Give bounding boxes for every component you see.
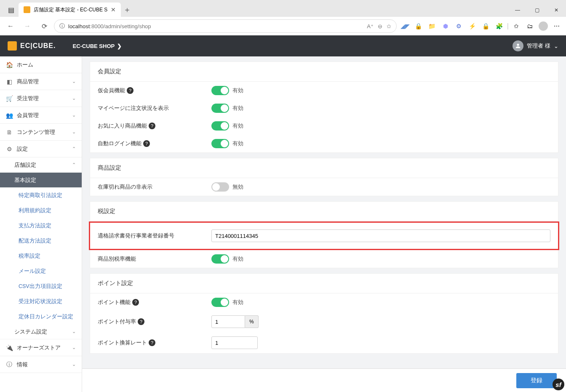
ext-icon-3[interactable]: 📁 bbox=[426, 20, 438, 32]
label-hide-outofstock: 在庫切れ商品の非表示 bbox=[98, 183, 152, 191]
sidebar-item-contents[interactable]: 🗎コンテンツ管理⌄ bbox=[0, 124, 82, 141]
logo-text: EC|CUBE. bbox=[20, 42, 56, 50]
sidebar-sub-mail[interactable]: メール設定 bbox=[0, 264, 82, 279]
sidebar-sub-law[interactable]: 特定商取引法設定 bbox=[0, 188, 82, 203]
toggle-point-enable[interactable] bbox=[211, 298, 229, 307]
gear-icon: ⚙ bbox=[6, 146, 13, 152]
tab-actions-button[interactable]: ▤ bbox=[3, 3, 19, 16]
panel-product-settings: 商品設定 在庫切れ商品の非表示 無効 bbox=[90, 158, 558, 196]
sidebar-sub-csv[interactable]: CSV出力項目設定 bbox=[0, 279, 82, 294]
chevron-down-icon: ⌄ bbox=[72, 329, 76, 334]
extensions-area: ◢◤ 🔒 📁 ⬢ ⚙ ⚡ 🔒 🧩 | ✩ 🗂 ⋯ bbox=[399, 20, 563, 32]
label-mypage-order: マイページに注文状況を表示 bbox=[98, 104, 169, 112]
sidebar-sub-holiday[interactable]: 定休日カレンダー設定 bbox=[0, 309, 82, 324]
chevron-up-icon: ⌃ bbox=[72, 146, 76, 152]
help-icon[interactable]: ? bbox=[143, 140, 150, 147]
sidebar-sub-terms[interactable]: 利用規約設定 bbox=[0, 203, 82, 218]
logo[interactable]: EC|CUBE. bbox=[8, 41, 56, 51]
sidebar-item-home[interactable]: 🏠ホーム bbox=[0, 56, 82, 73]
ext-icon-6[interactable]: ⚡ bbox=[467, 20, 478, 32]
toggle-favorite[interactable] bbox=[211, 121, 229, 131]
label-grant-rate: ポイント付与率 bbox=[98, 318, 136, 325]
panel-title: ポイント設定 bbox=[90, 274, 558, 293]
panel-tax-settings: 税設定 適格請求書発行事業者登録番号 商品別税率機能 有効 bbox=[90, 201, 558, 268]
sidebar-label: 情報 bbox=[17, 361, 28, 368]
refresh-button[interactable]: ⟳ bbox=[37, 19, 51, 33]
toggle-provisional[interactable] bbox=[211, 86, 229, 95]
shop-link[interactable]: EC-CUBE SHOP ❯ bbox=[72, 43, 122, 49]
site-info-icon[interactable]: ⓘ bbox=[59, 22, 65, 30]
sidebar-item-orders[interactable]: 🛒受注管理⌄ bbox=[0, 90, 82, 107]
panel-title: 商品設定 bbox=[90, 158, 558, 178]
new-tab-button[interactable]: ＋ bbox=[121, 5, 133, 15]
sidebar-sub-ordercond[interactable]: 受注対応状況設定 bbox=[0, 294, 82, 309]
app-header: EC|CUBE. EC-CUBE SHOP ❯ 管理者 様 ⌄ bbox=[0, 35, 566, 56]
main-content: 会員設定 仮会員機能? 有効 マイページに注文状況を表示 有効 お気に入り商品機… bbox=[82, 56, 566, 392]
collections-icon[interactable]: 🗂 bbox=[524, 20, 536, 32]
read-aloud-icon[interactable]: A⁺ bbox=[367, 23, 374, 29]
symfony-toolbar-icon[interactable]: sf bbox=[553, 379, 564, 390]
sidebar-label: コンテンツ管理 bbox=[17, 128, 55, 136]
sidebar-label: オーナーズストア bbox=[17, 344, 61, 352]
help-icon[interactable]: ? bbox=[149, 123, 155, 129]
invoice-number-input[interactable] bbox=[211, 229, 550, 242]
help-icon[interactable]: ? bbox=[132, 299, 139, 306]
sidebar-label: 店舗設定 bbox=[14, 161, 36, 169]
browser-tab[interactable]: 店舗設定 基本設定 - EC-CUBE S ✕ bbox=[19, 3, 121, 17]
sidebar-item-info[interactable]: ⓘ情報⌄ bbox=[0, 356, 82, 373]
forward-button[interactable]: → bbox=[20, 19, 35, 33]
help-icon[interactable]: ? bbox=[127, 87, 133, 94]
label-provisional: 仮会員機能 bbox=[98, 87, 125, 94]
sidebar-sub-system[interactable]: システム設定⌄ bbox=[0, 324, 82, 339]
panel-member-settings: 会員設定 仮会員機能? 有効 マイページに注文状況を表示 有効 お気に入り商品機… bbox=[90, 61, 558, 153]
ext-icon-5[interactable]: ⚙ bbox=[453, 20, 465, 32]
conv-rate-input[interactable] bbox=[211, 336, 258, 349]
toggle-mypage-order[interactable] bbox=[211, 104, 229, 113]
address-bar[interactable]: ⓘ localhost:8000/admin/setting/shop A⁺ ⊖… bbox=[54, 19, 397, 33]
sidebar-sub-tax[interactable]: 税率設定 bbox=[0, 248, 82, 264]
sidebar-label: 特定商取引法設定 bbox=[19, 192, 62, 199]
menu-button[interactable]: ⋯ bbox=[551, 20, 563, 32]
sidebar-sub-basic[interactable]: 基本設定 bbox=[0, 173, 82, 188]
tab-title: 店舗設定 基本設定 - EC-CUBE S bbox=[34, 6, 107, 13]
toggle-autologin[interactable] bbox=[211, 139, 229, 148]
user-avatar-icon bbox=[513, 40, 523, 51]
sidebar-item-members[interactable]: 👥会員管理⌄ bbox=[0, 107, 82, 124]
toggle-per-product-tax[interactable] bbox=[211, 254, 229, 264]
logo-icon bbox=[8, 41, 17, 51]
toggle-hide-outofstock[interactable] bbox=[211, 182, 229, 192]
sidebar-item-settings[interactable]: ⚙設定⌃ bbox=[0, 141, 82, 157]
zoom-out-icon[interactable]: ⊖ bbox=[378, 23, 382, 29]
highlight-invoice-row: 適格請求書発行事業者登録番号 bbox=[89, 221, 559, 250]
ext-icon-1[interactable]: ◢◤ bbox=[399, 20, 411, 32]
sidebar-sub-delivery[interactable]: 配送方法設定 bbox=[0, 233, 82, 248]
extensions-button[interactable]: 🧩 bbox=[494, 20, 505, 32]
submit-button[interactable]: 登録 bbox=[516, 373, 557, 388]
close-tab-button[interactable]: ✕ bbox=[111, 6, 116, 13]
minimize-button[interactable]: ― bbox=[508, 3, 527, 17]
maximize-button[interactable]: ▢ bbox=[527, 3, 547, 17]
grant-rate-input[interactable] bbox=[211, 315, 245, 328]
sidebar-item-owners[interactable]: 🔌オーナーズストア⌄ bbox=[0, 339, 82, 356]
chevron-down-icon: ⌄ bbox=[72, 79, 76, 84]
footer-bar: 登録 bbox=[82, 368, 566, 392]
ext-icon-2[interactable]: 🔒 bbox=[413, 20, 424, 32]
grant-rate-suffix: % bbox=[245, 315, 259, 328]
help-icon[interactable]: ? bbox=[149, 339, 155, 346]
favorites-bar-icon[interactable]: ✩ bbox=[510, 20, 522, 32]
sidebar-label: 商品管理 bbox=[17, 78, 39, 85]
sidebar-sub-shop-settings[interactable]: 店舗設定⌃ bbox=[0, 157, 82, 173]
sidebar-item-products[interactable]: ◧商品管理⌄ bbox=[0, 73, 82, 90]
profile-icon[interactable] bbox=[537, 20, 549, 32]
close-window-button[interactable]: ✕ bbox=[547, 3, 566, 17]
ext-icon-7[interactable]: 🔒 bbox=[480, 20, 492, 32]
ext-icon-4[interactable]: ⬢ bbox=[440, 20, 451, 32]
chevron-down-icon: ⌄ bbox=[72, 362, 76, 367]
sidebar-label: システム設定 bbox=[14, 328, 47, 336]
sidebar-sub-payment[interactable]: 支払方法設定 bbox=[0, 218, 82, 233]
help-icon[interactable]: ? bbox=[138, 318, 144, 325]
sidebar-label: 会員管理 bbox=[17, 112, 39, 119]
user-menu[interactable]: 管理者 様 ⌄ bbox=[513, 40, 558, 51]
back-button[interactable]: ← bbox=[3, 19, 18, 33]
favorites-icon[interactable]: ✩ bbox=[387, 23, 391, 29]
